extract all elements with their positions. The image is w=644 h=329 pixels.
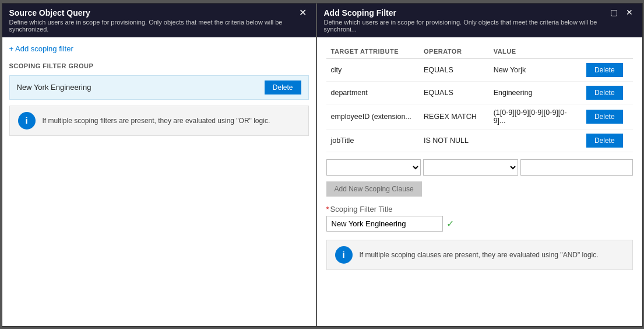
row-delete-button[interactable]: Delete (586, 110, 623, 124)
right-header-buttons: ▢ ✕ (608, 8, 635, 16)
filter-group-delete-button[interactable]: Delete (265, 80, 301, 94)
right-panel-header: Add Scoping Filter Define which users ar… (317, 4, 642, 37)
add-scoping-filter-link[interactable]: + Add scoping filter (9, 44, 309, 53)
check-icon: ✓ (446, 218, 454, 229)
left-info-text: If multiple scoping filters are present,… (43, 117, 270, 125)
table-cell-operator: IS NOT NULL (419, 129, 489, 152)
left-panel-title: Source Object Query (9, 8, 297, 18)
section-label: SCOPING FILTER GROUP (9, 62, 309, 69)
right-info-icon: i (335, 246, 353, 264)
table-cell-action: Delete (582, 58, 633, 81)
table-row: city EQUALS New Yorjk Delete (326, 58, 633, 81)
table-cell-operator: EQUALS (419, 58, 489, 81)
required-star: * (326, 205, 329, 214)
filter-group-item: New York Engineering Delete (9, 75, 309, 100)
col-header-operator: OPERATOR (419, 44, 489, 59)
row-delete-button[interactable]: Delete (586, 134, 623, 148)
right-panel-title: Add Scoping Filter (324, 8, 608, 18)
right-panel-body: TARGET ATTRIBUTE OPERATOR VALUE city EQU… (317, 37, 642, 326)
right-info-box: i If multiple scoping clauses are presen… (326, 240, 633, 270)
table-header-row: TARGET ATTRIBUTE OPERATOR VALUE (326, 44, 633, 59)
left-panel: Source Object Query Define which users a… (2, 4, 317, 326)
table-row: employeeID (extension... REGEX MATCH (1[… (326, 104, 633, 129)
table-cell-action: Delete (582, 81, 633, 104)
new-clause-operator-select[interactable] (423, 159, 518, 176)
table-cell-attribute: department (326, 81, 420, 104)
row-delete-button[interactable]: Delete (586, 86, 623, 100)
left-panel-body: + Add scoping filter SCOPING FILTER GROU… (2, 37, 316, 326)
right-panel-subtitle: Define which users are in scope for prov… (324, 19, 608, 33)
table-cell-action: Delete (582, 104, 633, 129)
right-panel: Add Scoping Filter Define which users ar… (317, 4, 642, 326)
col-header-attribute: TARGET ATTRIBUTE (326, 44, 420, 59)
col-header-value: VALUE (489, 44, 582, 59)
scoping-title-section: *Scoping Filter Title ✓ (326, 205, 633, 232)
table-cell-attribute: jobTitle (326, 129, 420, 152)
table-cell-value: Engineering (489, 81, 582, 104)
col-header-action (582, 44, 633, 59)
left-panel-close-button[interactable]: ✕ (297, 8, 309, 18)
table-cell-value (489, 129, 582, 152)
table-cell-operator: EQUALS (419, 81, 489, 104)
table-cell-action: Delete (582, 129, 633, 152)
right-panel-close-button[interactable]: ✕ (624, 8, 635, 16)
row-delete-button[interactable]: Delete (586, 63, 623, 77)
table-row: jobTitle IS NOT NULL Delete (326, 129, 633, 152)
left-panel-header-text: Source Object Query Define which users a… (9, 8, 297, 33)
left-info-box: i If multiple scoping filters are presen… (9, 106, 309, 136)
right-panel-maximize-button[interactable]: ▢ (608, 8, 620, 16)
table-cell-attribute: city (326, 58, 420, 81)
new-clause-input-row (326, 159, 633, 176)
right-panel-header-text: Add Scoping Filter Define which users ar… (324, 8, 608, 33)
scoping-title-input[interactable] (326, 216, 443, 232)
left-panel-subtitle: Define which users are in scope for prov… (9, 19, 297, 33)
left-info-icon: i (18, 112, 36, 130)
add-new-scoping-clause-button[interactable]: Add New Scoping Clause (326, 181, 422, 197)
title-input-wrap: ✓ (326, 216, 633, 232)
table-cell-operator: REGEX MATCH (419, 104, 489, 129)
table-cell-attribute: employeeID (extension... (326, 104, 420, 129)
filter-group-name: New York Engineering (17, 83, 92, 92)
table-row: department EQUALS Engineering Delete (326, 81, 633, 104)
table-cell-value: (1[0-9][0-9][0-9][0-9][0-9]... (489, 104, 582, 129)
right-info-text: If multiple scoping clauses are present,… (360, 251, 599, 259)
table-cell-value: New Yorjk (489, 58, 582, 81)
new-clause-attribute-select[interactable] (326, 159, 421, 176)
scoping-table: TARGET ATTRIBUTE OPERATOR VALUE city EQU… (326, 44, 633, 152)
scoping-title-label: *Scoping Filter Title (326, 205, 633, 214)
left-panel-header: Source Object Query Define which users a… (2, 4, 316, 37)
new-clause-value-input[interactable] (520, 159, 633, 176)
